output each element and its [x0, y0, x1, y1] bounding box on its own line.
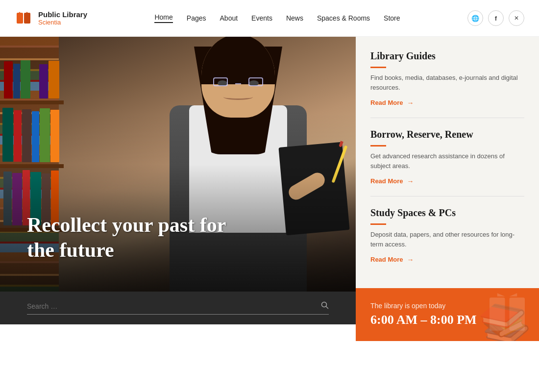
globe-icon-button[interactable]: 🌐	[467, 10, 483, 26]
hours-panel: The library is open today 6:00 AM – 8:00…	[356, 288, 539, 341]
logo-subtitle: Scientia	[38, 19, 87, 26]
hours-time: 6:00 AM – 8:00 PM	[370, 313, 524, 327]
read-more-arrow-2: →	[407, 177, 414, 185]
info-cards: Library Guides Find books, media, databa…	[356, 37, 539, 288]
search-input-wrap	[27, 301, 329, 315]
study-spaces-card: Study Spaces & PCs Deposit data, papers,…	[370, 207, 524, 274]
hero-text-overlay: Recollect your past for the future	[27, 213, 233, 262]
hero-image: Recollect your past for the future	[0, 37, 356, 292]
read-more-arrow-3: →	[407, 256, 414, 264]
hero-headline: Recollect your past for the future	[27, 213, 233, 262]
study-spaces-divider	[370, 223, 386, 225]
svg-rect-6	[490, 297, 505, 331]
svg-marker-8	[497, 293, 505, 296]
nav-store[interactable]: Store	[384, 14, 400, 22]
library-guides-read-more[interactable]: Read More →	[370, 99, 414, 107]
library-guides-divider	[370, 67, 386, 68]
globe-icon: 🌐	[471, 15, 479, 22]
library-guides-title: Library Guides	[370, 50, 524, 62]
logo-title: Public Library	[38, 10, 87, 19]
borrow-reserve-title: Borrow, Reserve, Renew	[370, 129, 524, 140]
study-spaces-title: Study Spaces & PCs	[370, 207, 524, 219]
search-input[interactable]	[27, 302, 321, 310]
nav-home[interactable]: Home	[154, 13, 172, 23]
svg-marker-9	[510, 293, 517, 296]
borrow-reserve-divider	[370, 145, 386, 147]
read-more-arrow-1: →	[407, 99, 414, 107]
main-nav: Home Pages About Events News Spaces & Ro…	[154, 13, 400, 23]
search-icon[interactable]	[321, 301, 329, 311]
borrow-reserve-text: Get advanced research assistance in doze…	[370, 151, 524, 171]
svg-rect-7	[510, 297, 525, 331]
nav-pages[interactable]: Pages	[187, 14, 206, 22]
svg-line-5	[326, 307, 328, 309]
borrow-reserve-card: Borrow, Reserve, Renew Get advanced rese…	[370, 129, 524, 196]
logo-text: Public Library Scientia	[38, 10, 87, 26]
main-content: Recollect your past for the future L	[0, 37, 539, 341]
right-panel: Library Guides Find books, media, databa…	[356, 37, 539, 341]
nav-about[interactable]: About	[220, 14, 238, 22]
facebook-icon: f	[495, 15, 497, 22]
facebook-icon-button[interactable]: f	[488, 10, 504, 26]
nav-news[interactable]: News	[286, 14, 303, 22]
nav-spaces[interactable]: Spaces & Rooms	[317, 14, 370, 22]
study-spaces-text: Deposit data, papers, and other resource…	[370, 230, 524, 249]
hero-column: Recollect your past for the future	[0, 37, 356, 341]
twitter-icon: ✕	[514, 15, 519, 22]
twitter-icon-button[interactable]: ✕	[509, 10, 524, 26]
search-bar-section	[0, 292, 356, 324]
decorative-book-icon	[485, 292, 529, 336]
study-spaces-read-more[interactable]: Read More →	[370, 256, 414, 264]
hours-label: The library is open today	[370, 302, 524, 310]
hero-section: Recollect your past for the future	[0, 37, 356, 292]
site-header: Public Library Scientia Home Pages About…	[0, 0, 539, 37]
social-icons: 🌐 f ✕	[467, 10, 524, 26]
logo-icon	[15, 9, 33, 27]
logo[interactable]: Public Library Scientia	[15, 9, 87, 27]
library-guides-text: Find books, media, databases, e-journals…	[370, 73, 524, 92]
borrow-reserve-read-more[interactable]: Read More →	[370, 177, 414, 185]
nav-events[interactable]: Events	[251, 14, 272, 22]
library-guides-card: Library Guides Find books, media, databa…	[370, 50, 524, 118]
